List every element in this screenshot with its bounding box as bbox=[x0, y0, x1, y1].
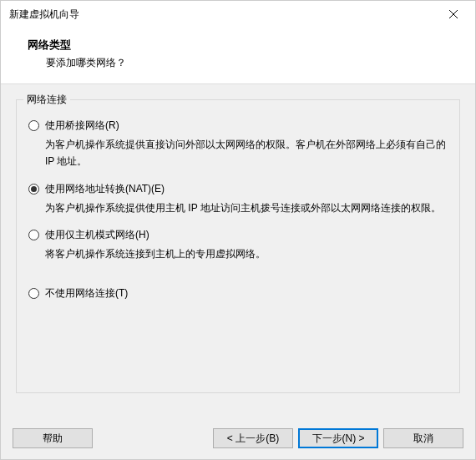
option-hostonly[interactable]: 使用仅主机模式网络(H) 将客户机操作系统连接到主机上的专用虚拟网络。 bbox=[28, 228, 448, 262]
groupbox-legend: 网络连接 bbox=[23, 93, 70, 107]
wizard-window: 新建虚拟机向导 网络类型 要添加哪类网络？ 网络连接 使用桥接网络(R) 为客户… bbox=[0, 0, 476, 460]
close-button[interactable] bbox=[437, 3, 470, 26]
option-bridged[interactable]: 使用桥接网络(R) 为客户机操作系统提供直接访问外部以太网网络的权限。客户机在外… bbox=[28, 119, 448, 170]
help-button[interactable]: 帮助 bbox=[13, 428, 93, 448]
option-desc: 将客户机操作系统连接到主机上的专用虚拟网络。 bbox=[45, 245, 448, 262]
window-title: 新建虚拟机向导 bbox=[9, 8, 437, 22]
network-groupbox: 网络连接 使用桥接网络(R) 为客户机操作系统提供直接访问外部以太网网络的权限。… bbox=[16, 99, 460, 393]
titlebar: 新建虚拟机向导 bbox=[1, 1, 475, 28]
close-icon bbox=[449, 10, 458, 18]
cancel-button[interactable]: 取消 bbox=[383, 428, 463, 448]
option-none[interactable]: 不使用网络连接(T) bbox=[28, 286, 448, 301]
option-desc: 为客户机操作系统提供直接访问外部以太网网络的权限。客户机在外部网络上必须有自己的… bbox=[45, 136, 448, 170]
page-title: 网络类型 bbox=[28, 38, 458, 53]
radio-nat[interactable] bbox=[28, 184, 39, 195]
option-label: 使用网络地址转换(NAT)(E) bbox=[45, 182, 165, 196]
radio-bridged[interactable] bbox=[28, 120, 39, 131]
wizard-header: 网络类型 要添加哪类网络？ bbox=[1, 28, 475, 84]
radio-hostonly[interactable] bbox=[28, 230, 39, 240]
next-button[interactable]: 下一步(N) > bbox=[298, 428, 378, 448]
back-button[interactable]: < 上一步(B) bbox=[213, 428, 293, 448]
button-bar: 帮助 < 上一步(B) 下一步(N) > 取消 bbox=[1, 417, 475, 459]
radio-none[interactable] bbox=[28, 288, 39, 299]
content-area: 网络连接 使用桥接网络(R) 为客户机操作系统提供直接访问外部以太网网络的权限。… bbox=[1, 84, 475, 417]
option-label: 不使用网络连接(T) bbox=[45, 286, 128, 301]
option-desc: 为客户机操作系统提供使用主机 IP 地址访问主机拨号连接或外部以太网网络连接的权… bbox=[45, 200, 448, 216]
option-label: 使用桥接网络(R) bbox=[45, 119, 119, 133]
option-nat[interactable]: 使用网络地址转换(NAT)(E) 为客户机操作系统提供使用主机 IP 地址访问主… bbox=[28, 182, 448, 216]
option-label: 使用仅主机模式网络(H) bbox=[45, 228, 149, 242]
page-subtitle: 要添加哪类网络？ bbox=[28, 56, 458, 70]
